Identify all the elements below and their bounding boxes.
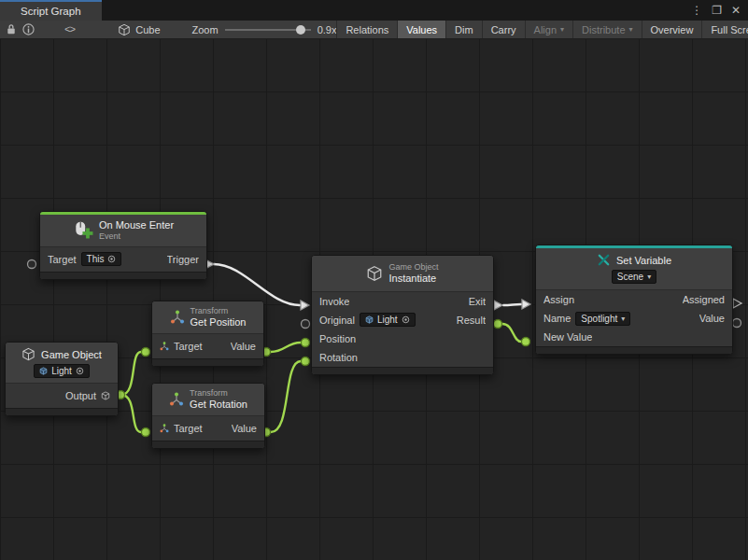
original-object-chip[interactable]: Light	[360, 313, 416, 327]
window-titlebar: Script Graph ⋮ ❐ ✕	[0, 0, 748, 21]
port-set-variable-assigned[interactable]	[733, 299, 741, 308]
transform-icon	[170, 310, 185, 325]
object-picker-icon[interactable]	[107, 255, 116, 263]
port-on-mouse-enter-target[interactable]	[28, 260, 36, 269]
rotation-port-label: Rotation	[319, 352, 358, 363]
node-header: Transform Get Rotation	[152, 384, 264, 415]
relations-button[interactable]: Relations	[336, 21, 397, 38]
port-get-rotation-target[interactable]	[142, 428, 150, 437]
carry-label: Carry	[491, 24, 516, 35]
new-value-port-label: New Value	[543, 331, 592, 343]
zoom-slider[interactable]	[225, 23, 311, 36]
overview-button[interactable]: Overview	[642, 21, 702, 38]
port-row: Output	[6, 384, 118, 408]
node-header: Game Object Light	[6, 343, 118, 383]
result-port-label: Result	[457, 315, 486, 326]
invoke-port-label: Invoke	[319, 296, 349, 307]
tab-script-graph[interactable]: Script Graph	[0, 0, 102, 21]
node-footer	[152, 358, 263, 366]
graph-canvas[interactable]: On Mouse Enter Event Target This	[0, 39, 748, 560]
inspector-info-icon[interactable]	[22, 21, 35, 38]
fullscreen-button[interactable]: Full Screen	[701, 21, 748, 38]
node-set-variable[interactable]: Set Variable Scene ▾ Assign Assigned Nam…	[535, 245, 733, 355]
toolbar-buttons: Relations Values Dim Carry Align▾ Distri…	[336, 21, 748, 38]
zoom-slider-knob[interactable]	[296, 25, 305, 35]
align-label: Align	[534, 24, 557, 35]
node-header: Set Variable Scene ▾	[536, 248, 732, 289]
cube-icon	[366, 265, 383, 282]
node-subtitle: Event	[99, 231, 174, 242]
wire-result-to-new-value[interactable]	[502, 324, 521, 342]
wire-output-to-getrotation-target[interactable]	[121, 395, 141, 432]
unity-script-graph-window: Script Graph ⋮ ❐ ✕ <> Cube Zoom	[0, 0, 748, 560]
port-row: Name Spotlight ▾ Value	[536, 309, 732, 328]
wire-position-value-to-instantiate-position[interactable]	[271, 343, 301, 352]
node-on-mouse-enter[interactable]: On Mouse Enter Event Target This	[39, 211, 207, 280]
game-object-value-chip[interactable]: Light	[34, 364, 90, 378]
port-instantiate-invoke[interactable]	[301, 301, 309, 310]
values-button[interactable]: Values	[397, 21, 445, 38]
port-row: Original Light Result	[312, 311, 493, 329]
fullscreen-label: Full Screen	[711, 24, 748, 35]
carry-button[interactable]: Carry	[482, 21, 525, 38]
object-picker-icon[interactable]	[402, 315, 410, 324]
chip-text: Scene	[617, 272, 643, 282]
edit-code-icon[interactable]: <>	[64, 21, 75, 38]
chevron-down-icon: ▾	[621, 315, 625, 323]
node-game-object-literal[interactable]: Game Object Light Output	[5, 342, 119, 416]
node-get-position[interactable]: Transform Get Position Target Value	[151, 301, 264, 367]
cube-icon	[118, 23, 131, 36]
node-instantiate[interactable]: Game Object Instantiate Invoke Exit Orig…	[311, 255, 494, 375]
node-footer	[312, 367, 493, 374]
port-instantiate-position[interactable]	[302, 339, 310, 347]
object-picker-icon[interactable]	[76, 367, 84, 375]
wire-output-to-getposition-target[interactable]	[121, 352, 141, 395]
port-set-variable-new-value[interactable]	[522, 338, 530, 346]
game-object-icon	[365, 315, 374, 324]
original-port-label: Original	[319, 315, 355, 326]
port-row: Invoke Exit	[312, 292, 493, 311]
wire-exit-to-assign[interactable]	[503, 304, 521, 305]
close-icon[interactable]: ✕	[731, 5, 741, 16]
game-object-icon	[39, 367, 48, 375]
lock-icon[interactable]	[6, 21, 17, 38]
variable-kind-dropdown[interactable]: Scene ▾	[612, 270, 656, 284]
port-set-variable-value[interactable]	[733, 319, 741, 328]
cube-icon	[21, 347, 35, 361]
target-port-label: Target	[174, 341, 203, 352]
variable-name-dropdown[interactable]: Spotlight ▾	[575, 312, 630, 326]
port-get-position-target[interactable]	[142, 348, 150, 357]
value-port-label: Value	[232, 423, 257, 434]
port-instantiate-exit[interactable]	[494, 301, 502, 310]
node-title: Instantiate	[388, 273, 438, 285]
port-instantiate-rotation[interactable]	[302, 357, 310, 366]
port-row: Target Value	[152, 334, 263, 358]
target-object-chip[interactable]: This	[81, 252, 122, 266]
maximize-icon[interactable]: ❐	[712, 5, 722, 16]
game-object-type-icon	[101, 391, 110, 400]
zoom-control: Zoom 0.9x	[192, 23, 337, 36]
port-set-variable-assign[interactable]	[522, 300, 530, 309]
port-row: Position	[312, 329, 493, 348]
dim-button[interactable]: Dim	[445, 21, 482, 38]
port-instantiate-result[interactable]	[494, 320, 502, 329]
chip-text: Light	[377, 315, 398, 325]
zoom-value: 0.9x	[318, 24, 337, 35]
distribute-button[interactable]: Distribute▾	[572, 21, 641, 38]
port-row: New Value	[536, 328, 732, 346]
wire-rotation-value-to-instantiate-rotation[interactable]	[271, 361, 301, 432]
chevron-down-icon: ▾	[647, 273, 651, 281]
port-instantiate-original[interactable]	[302, 320, 310, 329]
transform-icon	[169, 392, 184, 407]
port-row: Assign Assigned	[536, 290, 732, 309]
graph-context[interactable]: Cube	[118, 23, 160, 36]
node-footer	[6, 408, 118, 415]
variable-icon	[597, 253, 611, 267]
align-button[interactable]: Align▾	[525, 21, 572, 38]
node-title: Get Rotation	[190, 399, 247, 411]
node-footer	[40, 272, 206, 279]
node-title: Game Object	[41, 349, 102, 360]
node-get-rotation[interactable]: Transform Get Rotation Target Value	[151, 383, 265, 449]
wire-trigger-to-invoke[interactable]	[214, 264, 300, 305]
pane-menu-icon[interactable]: ⋮	[691, 5, 702, 16]
